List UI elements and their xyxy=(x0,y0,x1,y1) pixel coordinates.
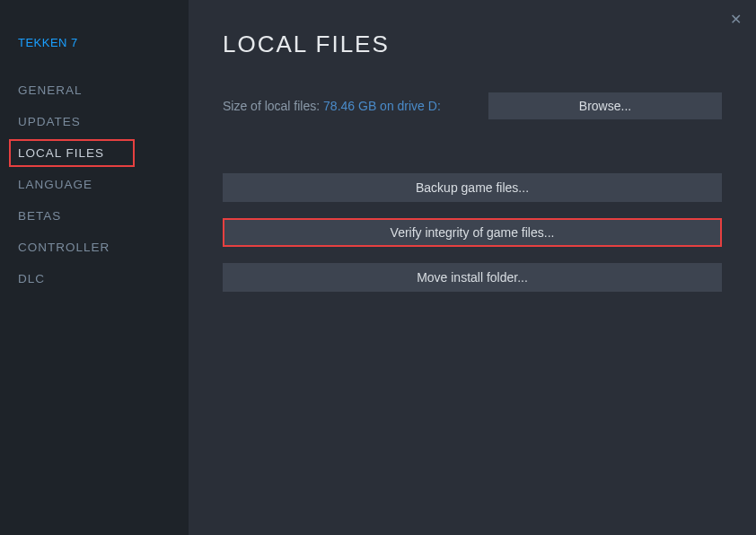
browse-button[interactable]: Browse... xyxy=(488,92,722,119)
close-icon: ✕ xyxy=(730,12,742,27)
sidebar-item-updates[interactable]: UPDATES xyxy=(18,108,189,136)
size-label: Size of local files: xyxy=(223,99,323,113)
sidebar-item-betas[interactable]: BETAS xyxy=(18,202,189,230)
sidebar: TEKKEN 7 GENERAL UPDATES LOCAL FILES LAN… xyxy=(0,0,189,535)
sidebar-item-dlc[interactable]: DLC xyxy=(18,265,189,293)
sidebar-item-general[interactable]: GENERAL xyxy=(18,76,189,104)
size-value: 78.46 GB on drive D: xyxy=(323,99,441,113)
game-title: TEKKEN 7 xyxy=(18,36,189,49)
verify-integrity-button[interactable]: Verify integrity of game files... xyxy=(223,218,722,247)
page-title: LOCAL FILES xyxy=(223,31,722,58)
sidebar-item-controller[interactable]: CONTROLLER xyxy=(18,233,189,261)
sidebar-item-local-files[interactable]: LOCAL FILES xyxy=(9,139,135,167)
move-install-button[interactable]: Move install folder... xyxy=(223,263,722,292)
main-panel: ✕ LOCAL FILES Size of local files: 78.46… xyxy=(189,0,756,535)
sidebar-item-language[interactable]: LANGUAGE xyxy=(18,171,189,198)
backup-button[interactable]: Backup game files... xyxy=(223,173,722,202)
size-row: Size of local files: 78.46 GB on drive D… xyxy=(223,92,722,119)
size-info: Size of local files: 78.46 GB on drive D… xyxy=(223,98,441,114)
close-button[interactable]: ✕ xyxy=(726,7,745,31)
